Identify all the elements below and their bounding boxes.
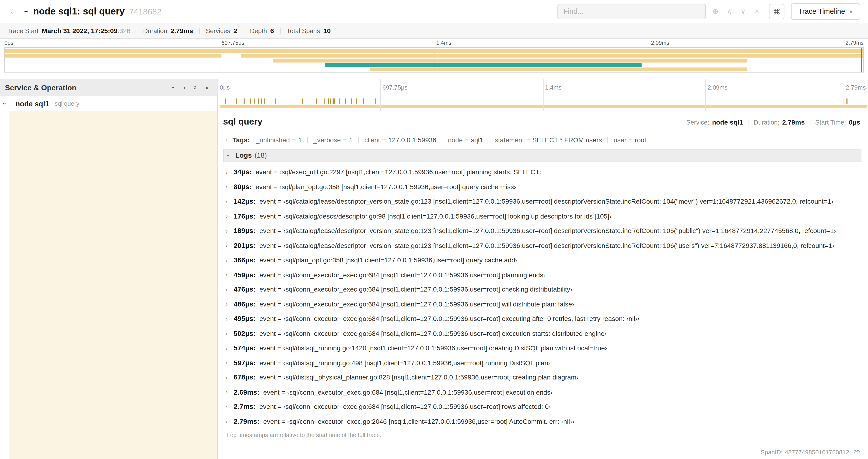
tags-label: Tags:	[232, 136, 250, 143]
log-timestamp: 495μs:	[234, 315, 255, 323]
next-match-icon[interactable]: ∨	[736, 4, 750, 19]
log-timestamp: 502μs:	[234, 330, 255, 337]
log-entry[interactable]: ›34μs:event = ‹sql/exec_util.go:2297 [ns…	[226, 165, 862, 179]
tag-value: SELECT * FROM users	[532, 136, 602, 143]
chevron-right-icon: ›	[226, 169, 234, 175]
view-range-end-marker[interactable]	[861, 47, 862, 72]
tags-row[interactable]: › Tags: _unfinished=1_verbose=1client=12…	[223, 132, 861, 147]
log-timestamp: 678μs:	[234, 374, 255, 381]
log-entry[interactable]: ›574μs:event = ‹sql/distsql_running.go:1…	[226, 341, 862, 355]
log-entry[interactable]: ›2.7ms:event = ‹sql/conn_executor_exec.g…	[226, 399, 862, 414]
minimap-span-bar	[5, 54, 221, 58]
log-entry[interactable]: ›476μs:event = ‹sql/conn_executor_exec.g…	[226, 282, 862, 297]
page-header: ← › node sql1: sql query 7418682 ⊕∧∨× ⌘ …	[0, 0, 868, 23]
summary-label: Trace Start	[7, 27, 38, 34]
chevron-right-icon: ›	[226, 198, 234, 204]
summary-value: March 31 2022, 17:25:09	[42, 27, 117, 35]
find-input[interactable]	[557, 3, 706, 19]
collapse-all-icon[interactable]: »	[192, 86, 198, 89]
log-timestamp: 34μs:	[234, 168, 252, 176]
chevron-right-icon: ›	[226, 242, 234, 249]
log-timestamp: 597μs:	[234, 359, 255, 367]
expand-one-icon[interactable]: ›	[183, 84, 185, 91]
log-message: event = ‹sql/conn_executor_exec.go:684 […	[259, 286, 572, 293]
link-icon[interactable]	[853, 448, 860, 456]
back-button[interactable]: ←	[6, 6, 21, 17]
tag-key: statement	[495, 136, 524, 143]
log-message: event = ‹sql/distsql_running.go:1420 [ns…	[259, 344, 607, 352]
collapse-children-button[interactable]: ›	[4, 101, 13, 107]
summary-separator	[280, 27, 280, 34]
trace-summary-bar: Trace StartMarch 31 2022, 17:25:09.326Du…	[0, 23, 868, 39]
keyboard-shortcuts-button[interactable]: ⌘	[769, 3, 784, 19]
log-timestamp: 189μs:	[234, 227, 255, 235]
tag-equals: =	[292, 136, 296, 143]
expand-all-icon[interactable]: »	[205, 84, 209, 91]
log-entry[interactable]: ›142μs:event = ‹sql/catalog/lease/descri…	[226, 194, 862, 209]
previous-match-icon[interactable]: ∧	[722, 4, 736, 19]
summary-value: 2.79ms	[170, 27, 193, 35]
timeline-tick-label: 697.75μs	[382, 84, 408, 91]
logs-header[interactable]: › Logs (18)	[223, 149, 861, 162]
chevron-right-icon: ›	[226, 257, 234, 263]
log-entry[interactable]: ›366μs:event = ‹sql/plan_opt.go:358 [nsq…	[226, 253, 862, 267]
log-entry[interactable]: ›486μs:event = ‹sql/conn_executor_exec.g…	[226, 297, 862, 312]
chevron-right-icon: ›	[226, 184, 234, 190]
log-marker-tick	[236, 98, 237, 104]
clear-search-icon[interactable]: ×	[750, 4, 764, 19]
collapse-trace-header-button[interactable]: ›	[21, 7, 32, 16]
meta-value: node sql1	[712, 119, 743, 126]
log-message: event = ‹sql/distsql_running.go:498 [nsq…	[259, 359, 551, 367]
span-row[interactable]: › node sql1 sql query	[0, 96, 868, 111]
tag-key: client	[365, 136, 380, 143]
span-detail-row: sql query Service:node sql1Duration:2.79…	[0, 111, 868, 459]
span-name-column[interactable]: › node sql1 sql query	[0, 96, 217, 111]
chevron-down-icon: ›	[2, 103, 8, 104]
focus-matches-icon[interactable]: ⊕	[708, 4, 722, 19]
log-entry[interactable]: ›2.79ms:event = ‹sql/conn_executor_exec.…	[226, 414, 862, 429]
summary-separator	[243, 27, 244, 34]
tag-value: root	[635, 136, 646, 143]
minimap-gap	[0, 72, 868, 79]
timeline-tick-label: 1.4ms	[436, 40, 451, 46]
log-entry[interactable]: ›2.69ms:event = ‹sql/conn_executor_exec.…	[226, 385, 862, 399]
trace-view-dropdown[interactable]: Trace Timeline ∨	[791, 3, 860, 20]
log-marker-tick	[316, 98, 317, 104]
tag-separator	[359, 136, 359, 143]
timeline-gridline	[705, 96, 706, 111]
tag-value: sql1	[471, 136, 483, 143]
log-entry[interactable]: ›176μs:event = ‹sql/catalog/descs/descri…	[226, 209, 862, 224]
log-entry[interactable]: ›80μs:event = ‹sql/plan_opt.go:358 [nsql…	[226, 179, 862, 194]
log-entry[interactable]: ›201μs:event = ‹sql/catalog/lease/descri…	[226, 238, 862, 253]
log-entry[interactable]: ›678μs:event = ‹sql/distsql_physical_pla…	[226, 370, 862, 385]
tag-equals: =	[343, 136, 347, 143]
span-bar-column[interactable]	[217, 96, 868, 111]
log-marker-tick	[225, 98, 226, 104]
log-entry[interactable]: ›189μs:event = ‹sql/catalog/lease/descri…	[226, 223, 862, 238]
chevron-right-icon: ›	[226, 389, 234, 395]
timeline-ruler: 0μs697.75μs1.4ms2.09ms2.79ms	[217, 79, 868, 96]
timeline-gridline	[380, 96, 380, 111]
log-entry[interactable]: ›597μs:event = ‹sql/distsql_running.go:4…	[226, 355, 862, 370]
service-operation-header: Service & Operation ››»»	[0, 79, 217, 96]
log-marker-tick	[250, 98, 251, 104]
span-detail-title: sql query	[223, 117, 262, 127]
log-entry[interactable]: ›459μs:event = ‹sql/conn_executor_exec.g…	[226, 267, 862, 282]
log-entry[interactable]: ›495μs:event = ‹sql/conn_executor_exec.g…	[226, 312, 862, 326]
timeline-tick-label: 2.79ms	[846, 84, 866, 91]
collapse-one-icon[interactable]: ›	[170, 86, 177, 88]
summary-label: Services	[206, 27, 230, 34]
tag-separator	[442, 136, 442, 143]
minimap-canvas[interactable]	[4, 47, 864, 72]
log-timestamp: 2.79ms:	[234, 418, 259, 425]
back-arrow-icon: ←	[9, 6, 19, 17]
chevron-right-icon: ›	[226, 404, 234, 410]
tag-separator	[608, 136, 608, 143]
timeline-tick-label: 1.4ms	[545, 84, 562, 91]
span-color-accent	[9, 111, 217, 459]
log-marker-tick	[356, 98, 357, 104]
log-entry[interactable]: ›502μs:event = ‹sql/conn_executor_exec.g…	[226, 326, 862, 341]
log-timestamp: 2.7ms:	[234, 403, 255, 411]
log-message: event = ‹sql/plan_opt.go:358 [nsql1,clie…	[255, 183, 516, 191]
chevron-right-icon: ›	[225, 137, 232, 142]
